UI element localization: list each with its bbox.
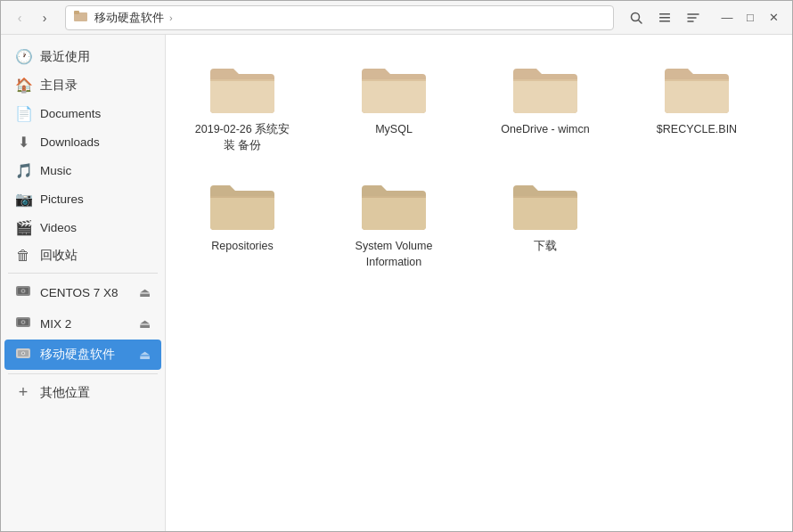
pictures-icon: 📷 [15,191,31,208]
sidebar-item-mix2[interactable]: MIX 2 ⏏ [4,308,161,339]
sidebar-label-recent: 最近使用 [40,49,90,65]
clock-icon: 🕐 [15,48,31,65]
sidebar-label-centos: CENTOS 7 X8 [40,286,119,299]
breadcrumb-folder-icon [73,10,89,26]
maximize-button[interactable]: □ [739,6,762,29]
sidebar-label-usb: 移动硬盘软件 [40,347,115,363]
drive-usb-icon [15,345,31,364]
document-icon: 📄 [15,105,31,122]
minimize-button[interactable]: — [715,6,739,29]
folder-icon-1 [207,60,278,117]
breadcrumb[interactable]: 移动硬盘软件 › [65,5,614,30]
svg-point-17 [22,322,24,323]
home-icon: 🏠 [15,77,31,94]
file-grid: 2019-02-26 系统安装 备份 MySQL [180,53,778,277]
main-content: 🕐 最近使用 🏠 主目录 📄 Documents ⬇ Downloads 🎵 M… [1,35,792,531]
folder-label-1: 2019-02-26 系统安装 备份 [195,122,290,153]
folder-item[interactable]: MySQL [331,53,456,160]
sidebar-label-mix2: MIX 2 [40,317,71,331]
sidebar-item-downloads[interactable]: ⬇ Downloads [4,128,161,156]
folder-icon-6 [358,176,429,233]
sidebar-item-trash[interactable]: 🗑 回收站 [4,242,161,269]
sidebar-divider1 [8,273,158,274]
list-view-button[interactable] [651,6,678,29]
sidebar: 🕐 最近使用 🏠 主目录 📄 Documents ⬇ Downloads 🎵 M… [1,35,166,531]
folder-icon-4 [661,60,732,117]
folder-icon-2 [358,60,429,117]
folder-label-5: Repositories [211,239,273,255]
file-manager-window: ‹ › 移动硬盘软件 › [0,0,793,532]
folder-label-2: MySQL [375,122,413,138]
sidebar-item-pictures[interactable]: 📷 Pictures [4,185,161,213]
folder-item[interactable]: System VolumeInformation [331,169,456,277]
folder-item[interactable]: Repositories [180,169,305,277]
folder-label-4: $RECYCLE.BIN [657,122,737,138]
folder-icon-7 [510,176,581,233]
svg-rect-1 [74,11,79,14]
folder-item[interactable]: 2019-02-26 系统安装 备份 [180,53,305,160]
sidebar-item-home[interactable]: 🏠 主目录 [4,71,161,99]
back-button[interactable]: ‹ [8,6,31,29]
sidebar-label-music: Music [40,164,71,177]
sidebar-item-recent[interactable]: 🕐 最近使用 [4,43,161,70]
list-view-icon [658,12,671,24]
search-icon [630,12,642,24]
sidebar-label-trash: 回收站 [40,248,78,264]
sidebar-item-other[interactable]: + 其他位置 [4,378,161,407]
folder-icon-3 [510,60,581,117]
folder-label-3: OneDrive - wimcn [501,122,589,138]
sidebar-label-downloads: Downloads [40,135,100,149]
folder-item[interactable]: $RECYCLE.BIN [634,53,759,160]
sidebar-label-other: 其他位置 [40,385,90,401]
svg-rect-4 [659,13,670,15]
sidebar-label-documents: Documents [40,107,101,120]
close-button[interactable]: ✕ [762,6,785,29]
breadcrumb-label: 移动硬盘软件 [94,10,164,26]
svg-line-3 [639,20,642,23]
sidebar-item-videos[interactable]: 🎬 Videos [4,214,161,241]
sidebar-item-documents[interactable]: 📄 Documents [4,100,161,127]
folder-item[interactable]: OneDrive - wimcn [483,53,608,160]
nav-buttons: ‹ › [8,6,56,29]
sidebar-label-pictures: Pictures [40,192,84,206]
folder-icon-5 [207,176,278,233]
folder-label-6: System VolumeInformation [356,239,433,270]
folder-label-7: 下载 [534,239,557,255]
drive-mix2-icon [15,314,31,333]
drive-centos-icon [15,282,31,302]
forward-button[interactable]: › [33,6,56,29]
window-controls: — □ ✕ [715,6,785,29]
videos-icon: 🎬 [15,219,31,236]
title-bar: ‹ › 移动硬盘软件 › [1,1,792,35]
sidebar-label-videos: Videos [40,221,77,234]
breadcrumb-chevron: › [169,12,173,23]
sidebar-divider2 [8,373,158,374]
eject-mix2-icon[interactable]: ⏏ [139,316,151,331]
toolbar-actions [623,6,707,29]
sidebar-item-usb[interactable]: 移动硬盘软件 ⏏ [4,340,161,370]
search-button[interactable] [623,6,650,29]
trash-icon: 🗑 [15,248,31,264]
sort-button[interactable] [680,6,707,29]
sidebar-item-centos[interactable]: CENTOS 7 X8 ⏏ [4,277,161,307]
sidebar-item-music[interactable]: 🎵 Music [4,157,161,184]
svg-point-21 [22,353,24,355]
folder-item[interactable]: 下载 [483,169,608,277]
svg-point-13 [22,291,24,292]
eject-usb-icon[interactable]: ⏏ [139,348,151,362]
plus-icon: + [15,383,31,402]
music-icon: 🎵 [15,162,31,179]
sort-icon [687,12,699,24]
download-icon: ⬇ [15,134,31,151]
sidebar-label-home: 主目录 [40,78,78,94]
file-area: 2019-02-26 系统安装 备份 MySQL [166,35,792,531]
svg-rect-5 [659,17,670,19]
svg-rect-6 [659,20,670,22]
eject-centos-icon[interactable]: ⏏ [139,285,151,299]
